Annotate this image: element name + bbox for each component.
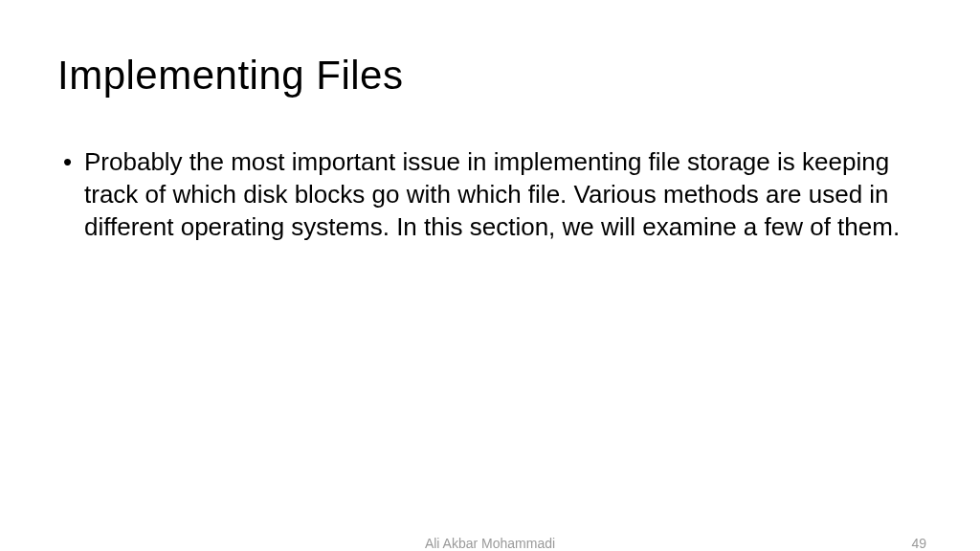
slide-title: Implementing Files (57, 53, 923, 99)
bullet-item: Probably the most important issue in imp… (84, 146, 923, 243)
bullet-list: Probably the most important issue in imp… (57, 146, 923, 243)
slide: Implementing Files Probably the most imp… (0, 0, 980, 551)
footer-author: Ali Akbar Mohammadi (425, 536, 555, 551)
slide-content: Probably the most important issue in imp… (57, 146, 923, 513)
footer-page-number: 49 (911, 536, 926, 551)
